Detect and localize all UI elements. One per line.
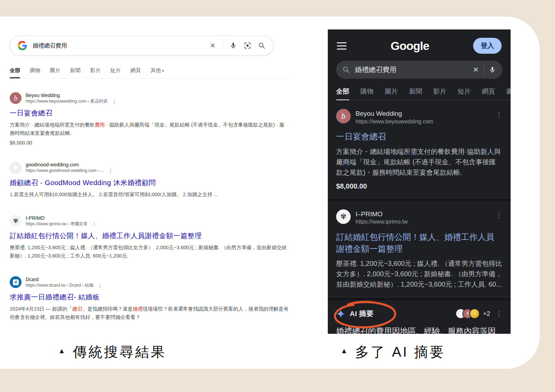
result-site-name[interactable]: goodmood-wedding.com: [26, 162, 113, 168]
desktop-search-panel: 婚禮總召費用 ✕ 全部 購物: [10, 36, 289, 338]
mobile-header: Google 登入: [328, 29, 511, 54]
result-type-tabs: 全部 購物 圖片 新聞 影片 短片 網頁 其他▾: [10, 67, 289, 78]
dcard-favicon: d: [10, 276, 22, 288]
search-icon[interactable]: [258, 42, 265, 49]
iprimo-favicon: ✾: [336, 209, 351, 224]
result-url[interactable]: https://www.beyouwedding.com: [356, 118, 433, 125]
tab-images[interactable]: 圖片: [50, 67, 60, 74]
microphone-icon[interactable]: [489, 66, 496, 73]
result-title-link[interactable]: 求推薦一日婚禮總召- 結婚板: [10, 293, 289, 302]
tab-web[interactable]: 網頁: [482, 87, 495, 96]
ai-overview-section: AI 摘要 b +2 ⋮ 婚禮總召的費用因地區、經驗、服務內容等因素而異，大約落…: [328, 300, 511, 334]
google-g-logo-icon: [18, 41, 27, 50]
tab-web[interactable]: 網頁: [130, 67, 141, 74]
tab-shopping[interactable]: 購物: [30, 67, 40, 74]
result-snippet: 方案簡介・總結場地端所需支付的餐飲費用·協助新人與廠商端「現金」尾款結帳 (不過…: [336, 146, 502, 177]
search-result: ✾ I-PRIMO https://www.iprimo.tw › 專欄文章 ⋮…: [10, 215, 289, 260]
search-icon: [342, 66, 350, 73]
triangle-marker-icon: ▲: [58, 347, 65, 355]
more-options-icon[interactable]: ⋮: [496, 310, 502, 318]
result-snippet: 1.若需主持人可用$10,000加購主持人。 2.若需音控/管家可用$3,000…: [10, 191, 289, 199]
source-favicon[interactable]: [469, 308, 480, 319]
screenshot-canvas: 婚禮總召費用 ✕ 全部 購物: [0, 0, 555, 392]
more-sources-count[interactable]: +2: [483, 310, 490, 317]
ai-overview-label[interactable]: AI 摘要: [350, 309, 374, 319]
triangle-marker-icon: ▲: [341, 347, 348, 355]
search-result: goodmood-wedding.com https://www.goodmoo…: [10, 162, 289, 199]
result-snippet: 壓茶禮. 1,200元~3,600元 ; 媒人禮. （通常男方需包得比女方多）.…: [336, 258, 502, 289]
tab-more[interactable]: 其他▾: [151, 67, 164, 74]
more-options-icon[interactable]: ⋮: [496, 109, 502, 119]
result-price: $8,000.00: [336, 182, 502, 190]
tab-news[interactable]: 新聞: [70, 67, 80, 74]
caption-traditional-results: ▲ 傳統搜尋結果: [58, 342, 166, 361]
tab-shorts[interactable]: 短片: [458, 87, 471, 96]
result-url[interactable]: https://www.iprimo.tw › 專欄文章: [26, 221, 88, 227]
menu-icon[interactable]: [337, 42, 347, 50]
result-url[interactable]: https://www.goodmood-wedding.com › ...: [26, 168, 104, 173]
result-title-link[interactable]: 訂結婚紅包行情公開！媒人、婚禮工作人員謝禮金額一篇整理: [336, 231, 502, 255]
caption-ai-overview: ▲ 多了 AI 摘要: [341, 342, 445, 361]
google-lens-icon[interactable]: [244, 42, 251, 49]
search-query-text[interactable]: 婚禮總召費用: [355, 65, 468, 75]
more-options-icon[interactable]: ⋮: [92, 221, 97, 226]
result-snippet: 方案簡介 · 總結場地端所需支付的餐飲費用 · 協助新人與廠商端「現金」尾款結帳…: [10, 121, 289, 138]
ai-overview-text: 婚禮總召的費用因地區、經驗、服務內容等因素而異，大約落在5,000 元到50,0…: [336, 325, 503, 334]
more-options-icon[interactable]: ⋮: [496, 209, 502, 219]
tab-news[interactable]: 新聞: [409, 87, 422, 96]
chevron-down-icon: ▾: [162, 69, 164, 73]
ai-source-chips[interactable]: b +2 ⋮: [455, 308, 502, 319]
result-site-name[interactable]: Dcard: [26, 276, 103, 282]
result-type-tabs: 全部 購物 圖片 新聞 影片 短片 網頁 書: [336, 87, 511, 101]
tab-shopping[interactable]: 購物: [360, 87, 374, 96]
result-site-name[interactable]: I-PRIMO: [26, 215, 97, 221]
section-divider: [328, 297, 511, 300]
search-results-list: b Beyou Wedding https://www.beyouwedding…: [10, 92, 289, 322]
result-url[interactable]: https://www.beyouwedding.com › 產品列表: [26, 98, 108, 104]
ai-sparkle-icon: [336, 309, 345, 319]
result-title-link[interactable]: 一日宴會總召: [336, 131, 502, 142]
tab-all[interactable]: 全部: [10, 67, 20, 74]
search-result: b Beyou Wedding https://www.beyouwedding…: [10, 92, 289, 146]
result-url[interactable]: https://www.iprimo.tw: [356, 218, 408, 226]
more-options-icon[interactable]: ⋮: [97, 283, 103, 288]
goodmood-favicon: [10, 162, 22, 174]
beyou-favicon: b: [10, 92, 22, 104]
search-result: b Beyou Wedding https://www.beyouwedding…: [328, 101, 511, 190]
result-snippet: 2024年4月23日 — 妳講的「總召」是指總招待嗎？還是婚禮現場場控？前者通常…: [10, 305, 289, 322]
divider: [222, 41, 223, 50]
tab-shorts[interactable]: 短片: [110, 67, 121, 74]
result-snippet: 壓茶禮. 1,200元~3,600元 ; 媒人禮. （通常男方需包得比女方多）.…: [10, 244, 289, 260]
iprimo-favicon: ✾: [10, 215, 22, 227]
search-result: ✾ I–PRIMO https://www.iprimo.tw ⋮ 訂結婚紅包行…: [328, 201, 511, 290]
tab-videos[interactable]: 影片: [90, 67, 101, 74]
section-divider: [328, 198, 511, 201]
clear-search-icon[interactable]: ✕: [473, 66, 479, 74]
result-site-name[interactable]: Beyou Wedding: [356, 110, 433, 118]
search-query-text[interactable]: 婚禮總召費用: [33, 42, 210, 50]
result-site-name[interactable]: Beyou Wedding: [26, 92, 117, 98]
tab-all[interactable]: 全部: [336, 87, 349, 96]
microphone-icon[interactable]: [230, 42, 237, 49]
sign-in-button[interactable]: 登入: [473, 38, 502, 54]
result-title-link[interactable]: 婚顧總召 - GoodMood Wedding 沐米婚禮顧問: [10, 178, 289, 188]
tab-images[interactable]: 圖片: [385, 87, 398, 96]
result-price: $8,000.00: [10, 140, 289, 146]
result-site-name[interactable]: I–PRIMO: [356, 210, 408, 219]
tab-books[interactable]: 書: [506, 87, 511, 96]
more-options-icon[interactable]: ⋮: [108, 168, 113, 173]
mobile-search-panel: Google 登入 婚禮總召費用 ✕ 全部 購物 圖片 新聞 影片 短片 網: [328, 29, 511, 334]
more-options-icon[interactable]: ⋮: [112, 99, 117, 104]
google-logo: Google: [347, 39, 473, 53]
search-bar[interactable]: 婚禮總召費用 ✕: [10, 36, 273, 55]
divider: [484, 65, 484, 74]
result-title-link[interactable]: 訂結婚紅包行情公開！媒人、婚禮工作人員謝禮金額一篇整理: [10, 231, 289, 241]
search-result: d Dcard https://www.dcard.tw › Dcard › 結…: [10, 276, 289, 322]
mobile-search-bar[interactable]: 婚禮總召費用 ✕: [336, 61, 502, 79]
result-url[interactable]: https://www.dcard.tw › Dcard › 結婚: [26, 282, 93, 288]
beyou-favicon: b: [336, 109, 351, 123]
clear-search-icon[interactable]: ✕: [210, 42, 215, 49]
tab-videos[interactable]: 影片: [433, 87, 446, 96]
result-title-link[interactable]: 一日宴會總召: [10, 108, 289, 118]
